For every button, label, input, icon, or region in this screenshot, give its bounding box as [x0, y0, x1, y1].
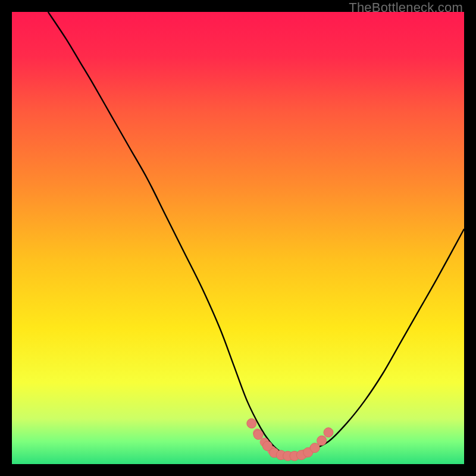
- chart-frame: [12, 12, 464, 464]
- highlight-dot: [253, 430, 263, 440]
- gradient-background: [12, 12, 464, 464]
- bottleneck-chart: [12, 12, 464, 464]
- watermark-text: TheBottleneck.com: [349, 0, 463, 15]
- highlight-dot: [317, 436, 327, 445]
- highlight-dot: [310, 443, 320, 453]
- highlight-dot: [247, 419, 256, 428]
- highlight-dot: [324, 428, 333, 437]
